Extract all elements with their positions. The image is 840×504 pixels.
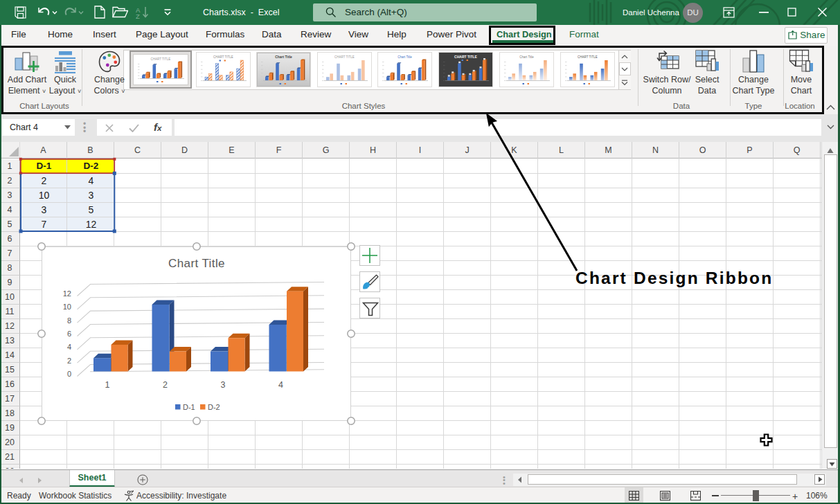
svg-text:Z: Z — [136, 12, 140, 19]
